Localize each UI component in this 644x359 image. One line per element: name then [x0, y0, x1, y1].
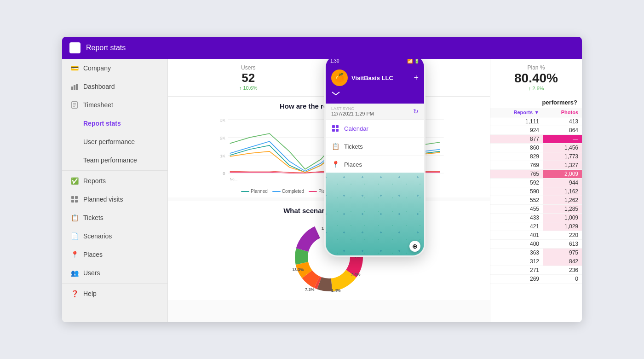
cell-photos: 1,262 [543, 196, 582, 205]
table-row: 4211,029 [490, 222, 582, 231]
cell-photos: 842 [543, 257, 582, 266]
phone-menu-label-calendar: Calendar [344, 125, 368, 132]
sidebar-label-report-stats: Report stats [83, 120, 121, 127]
stat-users: Users 52 ↑ 10.6% [168, 64, 329, 91]
sidebar-item-help[interactable]: ❓ Help [62, 284, 167, 303]
sidebar: 💳 Company Dashboard Timesheet Report [62, 59, 168, 322]
phone-plus-button[interactable]: + [414, 73, 419, 83]
phone-location-button[interactable]: ⊕ [409, 241, 420, 252]
phone-sync-bar: LAST SYNC 12/7/2021 1:29 PM ↻ [326, 104, 424, 120]
phone-sync-date: 12/7/2021 1:29 PM [331, 111, 374, 116]
stat-users-change: ↑ 10.6% [168, 85, 329, 91]
cell-photos: 1,162 [543, 187, 582, 196]
svg-text:7.4%: 7.4% [351, 272, 361, 277]
scenarios-icon: 📄 [70, 232, 79, 240]
phone-overlay: 1:30 📶 🔋 🍊 VisitBasis LLC + [324, 59, 426, 257]
plan-change: ↑ 2.6% [495, 86, 577, 91]
cell-reports: 363 [490, 249, 543, 257]
performers-table-scroll[interactable]: Reports ▼ Photos 1,111413924864877—8601,… [490, 108, 582, 322]
sidebar-label-tickets: Tickets [83, 214, 104, 221]
table-row: 8601,456 [490, 144, 582, 152]
table-row: 400613 [490, 240, 582, 249]
table-row: 363975 [490, 249, 582, 257]
sidebar-item-user-performance[interactable]: User performance [62, 133, 167, 151]
cell-reports: 455 [490, 205, 543, 214]
svg-rect-8 [75, 196, 78, 199]
sidebar-item-users[interactable]: 👥 Users [62, 264, 167, 282]
legend-planned: Planned [241, 189, 268, 194]
cell-photos: 613 [543, 240, 582, 249]
sidebar-item-tickets[interactable]: 📋 Tickets [62, 208, 167, 227]
phone-map: ⊕ [326, 173, 424, 255]
phone-menu-calendar[interactable]: Calendar [326, 120, 424, 138]
phone-tickets-icon: 📋 [331, 142, 339, 151]
cell-reports: 924 [490, 126, 543, 135]
stat-users-label: Users [168, 64, 329, 71]
svg-text:13.3%: 13.3% [292, 267, 304, 272]
svg-text:2K: 2K [220, 135, 225, 140]
cell-reports: 433 [490, 214, 543, 222]
svg-text:7.3%: 7.3% [305, 287, 315, 292]
svg-rect-38 [336, 125, 339, 128]
phone-org-name: VisitBasis LLC [351, 75, 393, 81]
cell-photos: — [543, 135, 582, 144]
table-row: 1,111413 [490, 117, 582, 126]
cell-photos: 1,773 [543, 152, 582, 161]
planned-visits-icon [70, 195, 79, 203]
legend-completed-label: Completed [282, 189, 304, 194]
table-row: 271236 [490, 266, 582, 275]
phone-signal-icons: 📶 🔋 [407, 59, 420, 64]
sidebar-item-timesheet[interactable]: Timesheet [62, 96, 167, 114]
phone-menu-places[interactable]: 📍 Places [326, 156, 424, 174]
cell-reports: 400 [490, 240, 543, 249]
users-icon: 👥 [70, 269, 79, 277]
svg-rect-40 [336, 129, 339, 132]
col-header-reports[interactable]: Reports ▼ [490, 108, 543, 117]
stat-users-value: 52 [168, 71, 329, 85]
plan-stat: Plan % 80.40% ↑ 2.6% [490, 59, 582, 95]
app-container: Report stats 💳 Company Dashboard [62, 37, 582, 322]
svg-rect-10 [75, 200, 78, 203]
user-performance-icon [70, 138, 79, 146]
svg-rect-7 [71, 196, 74, 199]
sidebar-item-planned-visits[interactable]: Planned visits [62, 190, 167, 208]
phone-org-row: 🍊 VisitBasis LLC + [331, 69, 419, 86]
plan-label: Plan % [495, 64, 577, 71]
sidebar-label-users: Users [83, 269, 100, 277]
sidebar-item-company[interactable]: 💳 Company [62, 59, 167, 77]
cell-reports: 312 [490, 257, 543, 266]
cell-photos: 236 [543, 266, 582, 275]
sidebar-divider-2 [62, 283, 167, 284]
map-dots-pattern [326, 173, 424, 255]
cell-photos: 0 [543, 275, 582, 284]
sidebar-label-places: Places [83, 251, 103, 258]
phone-time: 1:30 [330, 59, 339, 64]
cell-reports: 877 [490, 135, 543, 144]
phone-menu-tickets[interactable]: 📋 Tickets [326, 138, 424, 156]
cell-reports: 269 [490, 275, 543, 284]
svg-text:0: 0 [223, 171, 225, 176]
sidebar-item-team-performance[interactable]: Team performance [62, 151, 167, 169]
cell-reports: 552 [490, 196, 543, 205]
col-header-photos[interactable]: Photos [543, 108, 582, 117]
cell-photos: 944 [543, 179, 582, 187]
sidebar-label-dashboard: Dashboard [83, 83, 115, 90]
table-row: 7652,009 [490, 170, 582, 179]
sidebar-item-reports[interactable]: ✅ Reports [62, 172, 167, 190]
performers-title-text: performers? [542, 99, 577, 106]
table-row: 4331,009 [490, 214, 582, 222]
report-stats-icon [70, 119, 79, 127]
sidebar-item-places[interactable]: 📍 Places [62, 245, 167, 264]
phone-calendar-icon [331, 124, 339, 133]
svg-rect-39 [332, 129, 335, 132]
cell-photos: 1,456 [543, 144, 582, 152]
sidebar-item-scenarios[interactable]: 📄 Scenarios [62, 227, 167, 245]
sidebar-item-report-stats[interactable]: Report stats [62, 114, 167, 133]
main-content: Users 52 ↑ 10.6% Places 1,051 ↑ 4.3% How… [168, 59, 490, 322]
cell-photos: 1,009 [543, 214, 582, 222]
sidebar-item-dashboard[interactable]: Dashboard [62, 77, 167, 96]
table-row: 924864 [490, 126, 582, 135]
app-body: 💳 Company Dashboard Timesheet Report [62, 59, 582, 322]
phone-refresh-icon[interactable]: ↻ [413, 108, 419, 115]
phone-chevron-icon [331, 91, 340, 96]
